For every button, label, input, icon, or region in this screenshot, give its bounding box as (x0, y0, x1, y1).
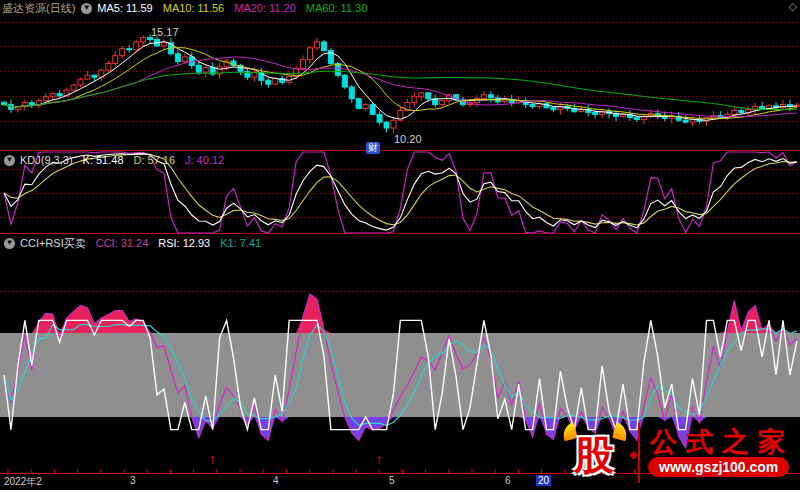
kdj-indicator-name[interactable]: KDJ(9,3,3) (20, 153, 73, 167)
rsi-readout: RSI:12.93 (158, 236, 210, 250)
chevron-down-icon[interactable]: ▼ (4, 155, 15, 166)
kdj-d-readout: D:57.16 (134, 153, 176, 167)
corner-diamond-icon[interactable]: ◇ (789, 0, 797, 13)
ma20-readout: MA20:11.20 (234, 1, 296, 15)
main-panel-header: 盛达资源(日线) ▼ MA5:11.59 MA10:11.56 MA20:11.… (2, 1, 377, 15)
stock-character: 股 (574, 432, 614, 480)
buy-arrow-icon: ↑ (376, 451, 383, 467)
candles (2, 34, 800, 133)
axis-month-label: 3 (130, 475, 136, 486)
site-url-link[interactable]: www.gszj100.com (648, 457, 789, 477)
site-name[interactable]: 公式之家 (650, 424, 796, 460)
cci-panel-header: ▼ CCI+RSI买卖 CCI:31.24 RSI:12.93 K1:7.41 (2, 236, 271, 250)
ma5-readout: MA5:11.59 (97, 1, 152, 15)
chevron-down-icon[interactable]: ▼ (81, 3, 92, 14)
axis-month-label: 5 (389, 475, 395, 486)
low-price-label: 10.20 (394, 133, 422, 145)
symbol-title[interactable]: 盛达资源(日线) (2, 1, 75, 15)
kdj-k-readout: K:51.48 (83, 153, 124, 167)
logo-divider (638, 423, 640, 483)
buy-arrow-icon: ↑ (209, 451, 216, 467)
kdj-j-readout: J:40.12 (185, 153, 224, 167)
cci-indicator-name[interactable]: CCI+RSI买卖 (20, 236, 86, 250)
axis-month-label: 6 (505, 475, 511, 486)
high-price-label: 15.17 (151, 26, 179, 38)
site-logo[interactable]: 股 ◆ 公式之家 www.gszj100.com (552, 420, 798, 488)
bull-stock-emblem: 股 (568, 432, 620, 482)
stock-chart-window: ↑↑ 盛达资源(日线) ▼ MA5:11.59 MA10:11.56 MA20:… (0, 0, 800, 490)
ma10-readout: MA10:11.56 (163, 1, 225, 15)
bull-horn-right-icon (612, 422, 630, 442)
ma60-line (4, 71, 797, 109)
ma60-readout: MA60:11.30 (306, 1, 368, 15)
axis-month-label: 2022年2 (4, 475, 42, 489)
kdj-panel-header: ▼ KDJ(9,3,3) K:51.48 D:57.16 J:40.12 (2, 153, 234, 167)
axis-month-label: 4 (273, 475, 279, 486)
diamond-bullet-icon: ◆ (629, 448, 637, 461)
chevron-down-icon[interactable]: ▼ (4, 238, 15, 249)
k1-readout: K1:7.41 (220, 236, 261, 250)
news-badge[interactable]: 财 (366, 142, 380, 154)
cci-readout: CCI:31.24 (96, 236, 149, 250)
axis-cursor-date: 20 (536, 475, 551, 486)
